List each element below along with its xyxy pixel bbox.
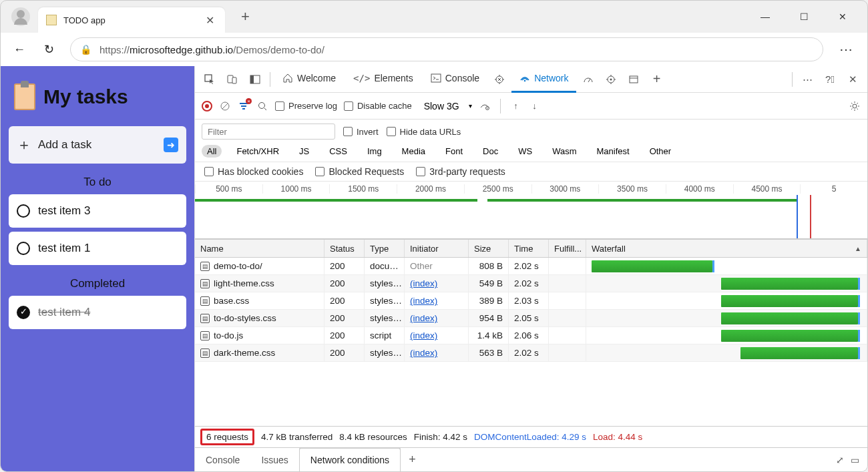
drawer-tab-console[interactable]: Console [195,448,250,471]
col-name: Name [195,240,324,257]
filter-input[interactable] [202,124,335,140]
back-button[interactable]: ← [6,36,33,63]
import-har-icon[interactable]: ↑ [510,100,522,112]
record-button[interactable] [202,101,212,111]
drawer-tab-network-conditions[interactable]: Network conditions [299,448,401,471]
sources-icon[interactable] [489,69,510,90]
drawer-dock-icon[interactable]: ▭ [851,455,859,465]
filter-type-ws[interactable]: WS [513,145,537,158]
submit-task-button[interactable]: ➜ [164,138,178,152]
devtools-menu-icon[interactable]: ⋯ [797,69,818,90]
task-checkbox[interactable] [17,204,30,218]
add-task-input[interactable]: ＋ Add a task ➜ [9,126,186,164]
search-icon[interactable] [256,100,268,112]
request-name: to-do.js [214,330,243,340]
blocked-cookies-checkbox[interactable]: Has blocked cookies [204,166,303,177]
request-status: 200 [324,344,365,361]
filter-type-wasm[interactable]: Wasm [547,145,582,158]
task-item[interactable]: test item 3 [9,194,186,228]
initiator-link[interactable]: (index) [410,296,437,306]
address-bar[interactable]: 🔒 https://microsoftedge.github.io/Demos/… [70,37,823,61]
preserve-log-checkbox[interactable]: Preserve log [275,101,337,111]
task-checkbox-checked[interactable] [17,306,30,319]
request-status: 200 [324,258,365,274]
disable-cache-checkbox[interactable]: Disable cache [344,101,412,111]
export-har-icon[interactable]: ↓ [529,100,541,112]
request-fulfilled [549,275,586,292]
request-row[interactable]: ▤dark-theme.css200styles…(index)563 B2.0… [195,344,867,362]
network-settings-icon[interactable] [849,100,861,112]
dock-icon[interactable] [244,69,266,90]
request-row[interactable]: ▤demo-to-do/200docu…Other808 B2.02 s [195,258,867,275]
drawer-expand-icon[interactable]: ⤢ [836,455,844,465]
close-window-button[interactable]: ✕ [831,5,854,28]
filter-toggle-icon[interactable]: × [238,100,250,112]
filter-type-js[interactable]: JS [294,145,314,158]
performance-icon[interactable] [578,69,599,90]
filter-type-manifest[interactable]: Manifest [591,145,634,158]
filter-type-doc[interactable]: Doc [477,145,503,158]
clear-button[interactable] [219,100,231,112]
filter-type-font[interactable]: Font [440,145,468,158]
tab-elements[interactable]: </>Elements [345,66,421,93]
request-size: 954 B [469,310,509,326]
filter-type-css[interactable]: CSS [324,145,353,158]
task-label: test item 3 [38,204,90,218]
request-time: 2.05 s [509,310,549,326]
initiator-text: Other [410,261,433,271]
svg-rect-10 [630,76,638,83]
request-fulfilled [549,344,586,361]
filter-type-img[interactable]: Img [362,145,387,158]
tab-close-icon[interactable]: ✕ [203,14,217,27]
request-name: to-do-styles.css [214,313,276,323]
browser-toolbar: ← ↻ 🔒 https://microsoftedge.github.io/De… [1,33,867,66]
tab-network[interactable]: Network [511,66,576,93]
browser-tab[interactable]: TODO app ✕ [38,7,225,33]
table-header[interactable]: Name Status Type Initiator Size Time Ful… [195,239,867,258]
request-row[interactable]: ▤base.css200styles…(index)389 B2.03 s [195,292,867,310]
tab-welcome[interactable]: Welcome [274,66,344,93]
maximize-button[interactable]: ☐ [793,5,815,28]
new-tab-button[interactable]: + [241,8,250,25]
request-row[interactable]: ▤to-do-styles.css200styles…(index)954 B2… [195,310,867,327]
requests-count: 6 requests [200,429,254,445]
network-conditions-icon[interactable] [479,100,491,112]
request-row[interactable]: ▤light-theme.css200styles…(index)549 B2.… [195,275,867,292]
blocked-requests-checkbox[interactable]: Blocked Requests [315,166,404,177]
refresh-button[interactable]: ↻ [35,36,62,63]
devtools-close-icon[interactable]: ✕ [842,69,863,90]
filter-type-media[interactable]: Media [397,145,431,158]
more-tabs-button[interactable]: + [646,69,667,90]
browser-menu-button[interactable]: ⋯ [831,41,862,57]
invert-checkbox[interactable]: Invert [343,127,379,137]
inspect-element-icon[interactable] [199,69,220,90]
task-item[interactable]: test item 1 [9,232,186,265]
timeline-overview[interactable]: 500 ms1000 ms1500 ms2000 ms2500 ms3000 m… [195,182,867,239]
clipboard-icon [14,83,35,110]
drawer-tab-issues[interactable]: Issues [250,448,298,471]
initiator-link[interactable]: (index) [410,278,437,288]
request-name: demo-to-do/ [214,261,262,271]
profile-avatar[interactable] [11,7,30,26]
throttle-select[interactable]: Slow 3G [419,99,471,113]
memory-icon[interactable] [600,69,622,90]
filter-type-other[interactable]: Other [644,145,677,158]
filter-type-all[interactable]: All [202,145,222,158]
task-checkbox[interactable] [17,242,30,255]
drawer-add-tab[interactable]: + [401,453,424,467]
tab-console[interactable]: Console [423,66,487,93]
filter-type-fetchxhr[interactable]: Fetch/XHR [231,145,284,158]
help-icon[interactable]: ?⃝ [819,69,841,90]
hide-data-urls-checkbox[interactable]: Hide data URLs [387,127,461,137]
task-item-done[interactable]: test item 4 [9,296,186,329]
initiator-link[interactable]: (index) [410,313,437,323]
initiator-link[interactable]: (index) [410,348,437,358]
minimize-button[interactable]: — [754,5,777,28]
application-icon[interactable] [623,69,644,90]
request-size: 549 B [469,275,509,292]
device-emulation-icon[interactable] [222,69,243,90]
third-party-checkbox[interactable]: 3rd-party requests [416,166,505,177]
request-row[interactable]: ▤to-do.js200script(index)1.4 kB2.06 s [195,327,867,344]
request-type: docu… [365,258,405,274]
initiator-link[interactable]: (index) [410,330,437,340]
